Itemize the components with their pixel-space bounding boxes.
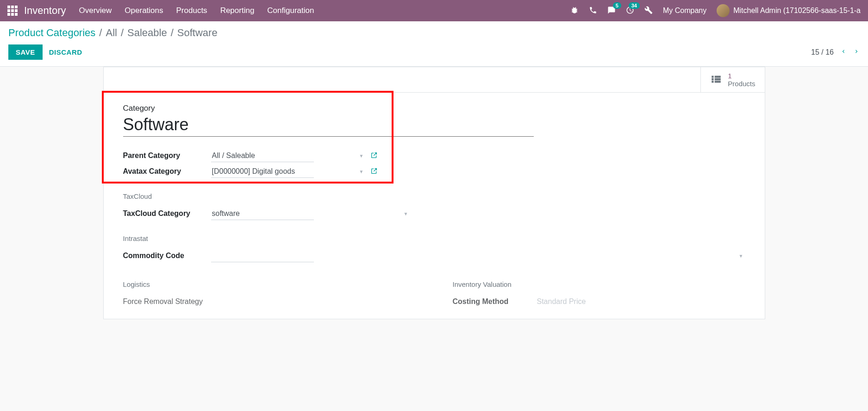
breadcrumb: Product Categories / All / Saleable / So… — [8, 27, 860, 39]
nav-configuration[interactable]: Configuration — [267, 6, 314, 15]
control-panel: Product Categories / All / Saleable / So… — [0, 21, 868, 67]
nav-right: 5 34 My Company Mitchell Admin (17102566… — [570, 4, 861, 17]
commodity-code-input[interactable] — [211, 250, 314, 262]
tools-icon[interactable] — [644, 6, 653, 16]
valuation-section-title: Inventory Valuation — [453, 280, 745, 288]
discard-button[interactable]: DISCARD — [49, 48, 82, 56]
parent-category-label: Parent Category — [123, 152, 211, 160]
phone-icon[interactable] — [589, 6, 597, 16]
avatax-category-label: Avatax Category — [123, 167, 211, 176]
intrastat-section-title: Intrastat — [123, 234, 745, 242]
pager-next[interactable] — [853, 47, 860, 57]
breadcrumb-software: Software — [177, 27, 218, 39]
nav-operations[interactable]: Operations — [125, 6, 163, 15]
messages-icon[interactable]: 5 — [607, 6, 616, 16]
button-box: 1 Products — [104, 67, 765, 93]
save-button[interactable]: SAVE — [8, 44, 43, 60]
list-icon — [710, 73, 722, 87]
caret-down-icon: ▼ — [739, 253, 743, 259]
category-name-input[interactable] — [123, 114, 534, 137]
company-selector[interactable]: My Company — [663, 6, 706, 15]
nav-menu: Overview Operations Products Reporting C… — [79, 6, 570, 15]
products-stat-button[interactable]: 1 Products — [700, 67, 764, 92]
messages-badge: 5 — [613, 2, 621, 9]
commodity-code-label: Commodity Code — [123, 252, 211, 260]
user-menu[interactable]: Mitchell Admin (17102566-saas-15-1-a — [717, 4, 861, 17]
caret-down-icon: ▼ — [359, 153, 364, 158]
stat-value: 1 — [728, 72, 755, 80]
nav-products[interactable]: Products — [176, 6, 207, 15]
caret-down-icon: ▼ — [359, 169, 364, 174]
bug-icon[interactable] — [570, 6, 579, 16]
nav-reporting[interactable]: Reporting — [220, 6, 255, 15]
stat-label: Products — [728, 80, 755, 88]
avatar — [717, 4, 730, 17]
breadcrumb-all: All — [106, 27, 117, 39]
parent-category-input[interactable] — [211, 150, 314, 162]
breadcrumb-saleable: Saleable — [127, 27, 167, 39]
breadcrumb-root[interactable]: Product Categories — [8, 27, 95, 39]
activity-icon[interactable]: 34 — [626, 6, 634, 16]
avatax-category-input[interactable] — [211, 165, 314, 178]
app-brand[interactable]: Inventory — [24, 5, 66, 17]
removal-strategy-input[interactable] — [206, 296, 309, 308]
pager: 15 / 16 — [811, 47, 860, 57]
parent-external-link-icon[interactable] — [370, 152, 378, 160]
costing-method-label: Costing Method — [453, 297, 536, 306]
avatax-external-link-icon[interactable] — [370, 167, 378, 176]
taxcloud-category-label: TaxCloud Category — [123, 209, 211, 218]
nav-overview[interactable]: Overview — [79, 6, 112, 15]
removal-strategy-label: Force Removal Strategy — [123, 297, 206, 306]
costing-method-input[interactable] — [536, 296, 639, 308]
pager-prev[interactable] — [840, 47, 847, 57]
form-sheet: 1 Products Category Parent Category ▼ — [103, 67, 765, 319]
activity-badge: 34 — [629, 2, 640, 9]
logistics-section-title: Logistics — [123, 280, 416, 288]
user-name: Mitchell Admin (17102566-saas-15-1-a — [733, 6, 861, 15]
apps-icon[interactable] — [7, 6, 18, 16]
taxcloud-section-title: TaxCloud — [123, 192, 745, 200]
taxcloud-category-input[interactable] — [211, 208, 314, 220]
caret-down-icon: ▼ — [404, 211, 408, 216]
category-label: Category — [123, 104, 745, 113]
top-navbar: Inventory Overview Operations Products R… — [0, 0, 868, 21]
